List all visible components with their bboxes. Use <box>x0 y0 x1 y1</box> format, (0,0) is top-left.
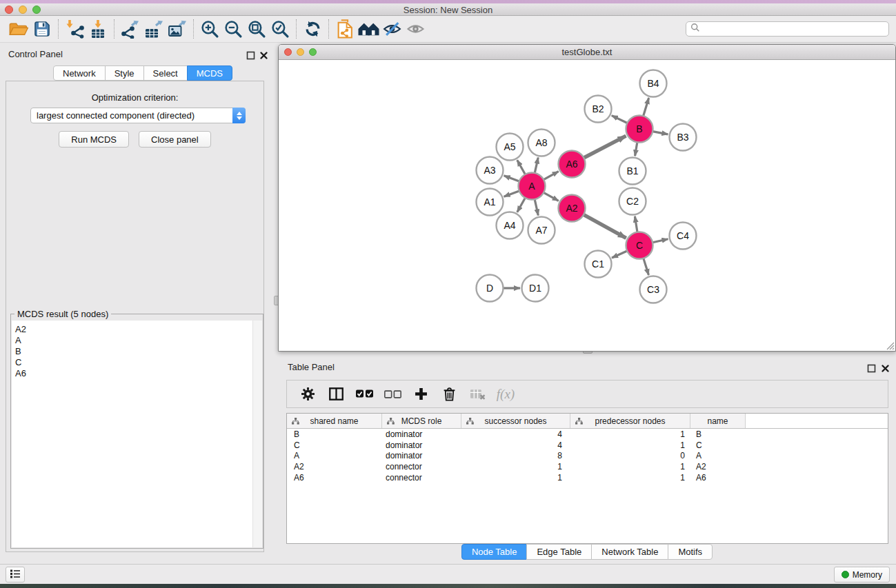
table-cell[interactable]: 1 <box>570 440 690 450</box>
zoom-fit-icon[interactable] <box>245 18 268 40</box>
add-column-icon[interactable] <box>410 384 431 405</box>
table-cell[interactable]: 4 <box>461 440 570 450</box>
zoom-out-icon[interactable] <box>221 18 245 40</box>
zoom-in-icon[interactable] <box>198 18 221 40</box>
tab-motifs[interactable]: Motifs <box>668 544 713 560</box>
toggle-column-icon[interactable] <box>326 384 346 405</box>
edge-B-B2[interactable] <box>612 116 628 123</box>
edge-A2-C[interactable] <box>584 214 626 238</box>
table-cell[interactable]: A2 <box>287 462 382 472</box>
graph-node-B4[interactable]: B4 <box>640 70 667 97</box>
show-preview-icon[interactable] <box>404 18 427 40</box>
edge-A-A2[interactable] <box>544 192 559 201</box>
export-table-icon[interactable] <box>142 18 166 40</box>
edge-A-A1[interactable] <box>504 191 519 196</box>
graph-node-B3[interactable]: B3 <box>670 124 697 151</box>
graph-node-C[interactable]: C <box>626 232 653 259</box>
table-row[interactable]: Adominator80A <box>287 451 888 462</box>
table-cell[interactable]: A2 <box>690 462 746 472</box>
result-list-item[interactable]: B <box>12 346 262 357</box>
edge-C-C2[interactable] <box>635 216 637 232</box>
tab-node-table[interactable]: Node Table <box>461 544 528 560</box>
table-cell[interactable]: C <box>690 440 746 450</box>
graph-node-A5[interactable]: A5 <box>497 134 524 161</box>
table-cell[interactable]: 1 <box>461 473 570 483</box>
edge-A-A6[interactable] <box>544 172 559 180</box>
column-header-predecessor-nodes[interactable]: predecessor nodes <box>570 414 690 428</box>
table-cell[interactable]: 1 <box>570 429 690 439</box>
graph-node-A1[interactable]: A1 <box>477 189 504 216</box>
table-row[interactable]: A2connector11A2 <box>287 461 888 472</box>
edge-C-C3[interactable] <box>644 258 649 275</box>
graph-node-B1[interactable]: B1 <box>619 158 646 185</box>
table-cell[interactable]: connector <box>382 462 461 472</box>
table-cell[interactable]: 1 <box>570 473 690 483</box>
memory-button[interactable]: Memory <box>834 567 890 582</box>
tab-network-table[interactable]: Network Table <box>591 544 668 560</box>
show-panels-button[interactable] <box>6 567 25 582</box>
control-panel-close-icon[interactable] <box>259 50 268 59</box>
delete-column-icon[interactable] <box>439 384 459 405</box>
graph-node-B2[interactable]: B2 <box>585 96 612 123</box>
tab-select[interactable]: Select <box>143 65 188 81</box>
table-cell[interactable]: A6 <box>690 473 746 483</box>
search-input[interactable] <box>700 23 888 35</box>
column-header-MCDS-role[interactable]: MCDS role <box>382 414 461 428</box>
refresh-icon[interactable] <box>301 18 324 40</box>
control-panel-float-icon[interactable] <box>246 50 255 59</box>
import-network-icon[interactable] <box>63 18 86 40</box>
edge-C-C1[interactable] <box>612 251 627 258</box>
table-cell[interactable]: 0 <box>570 451 690 460</box>
graph-node-A7[interactable]: A7 <box>528 217 555 244</box>
table-cell[interactable]: C <box>287 440 382 450</box>
tab-network[interactable]: Network <box>53 65 106 81</box>
table-cell[interactable]: 1 <box>570 462 690 472</box>
table-cell[interactable]: 4 <box>461 429 570 439</box>
table-cell[interactable]: dominator <box>382 451 461 460</box>
column-header-successor-nodes[interactable]: successor nodes <box>461 414 570 428</box>
table-cell[interactable]: 8 <box>461 451 570 460</box>
table-cell[interactable]: dominator <box>382 429 461 439</box>
import-table-icon[interactable] <box>86 18 110 40</box>
edge-A-A4[interactable] <box>517 198 526 212</box>
table-cell[interactable]: connector <box>382 473 461 483</box>
graph-node-A3[interactable]: A3 <box>477 157 504 184</box>
mcds-result-list[interactable]: A2ABCA6 <box>12 321 262 547</box>
table-panel-float-icon[interactable] <box>867 363 876 372</box>
graph-node-A2[interactable]: A2 <box>559 195 586 222</box>
select-all-rows-icon[interactable] <box>354 384 375 405</box>
result-list-item[interactable]: A <box>12 335 262 346</box>
export-image-icon[interactable] <box>166 18 189 40</box>
result-list-item[interactable]: C <box>12 357 262 368</box>
graph-node-A8[interactable]: A8 <box>528 130 555 156</box>
table-cell[interactable]: 1 <box>461 462 570 472</box>
table-cell[interactable]: B <box>690 429 746 439</box>
graph-node-B[interactable]: B <box>626 116 653 143</box>
edge-B-B1[interactable] <box>635 142 637 156</box>
toggle-graphics-details-icon[interactable] <box>380 18 404 40</box>
table-row[interactable]: A6connector11A6 <box>287 472 888 483</box>
tab-mcds[interactable]: MCDS <box>187 65 232 81</box>
search-box[interactable] <box>686 21 889 37</box>
graph-node-D1[interactable]: D1 <box>522 275 549 302</box>
edge-B-B4[interactable] <box>644 98 649 116</box>
edge-A-A3[interactable] <box>504 176 519 181</box>
edge-C-C4[interactable] <box>653 239 668 243</box>
graph-node-A4[interactable]: A4 <box>497 212 524 239</box>
table-settings-icon[interactable] <box>297 384 318 405</box>
column-header-name[interactable]: name <box>690 414 746 428</box>
edge-B-B3[interactable] <box>653 132 668 134</box>
graph-node-C3[interactable]: C3 <box>640 276 667 303</box>
table-cell[interactable]: dominator <box>382 440 461 450</box>
edge-A-A5[interactable] <box>517 160 526 174</box>
zoom-selected-icon[interactable] <box>268 18 292 40</box>
graph-node-C2[interactable]: C2 <box>619 188 646 215</box>
network-from-selection-icon[interactable] <box>333 18 357 40</box>
table-cell[interactable]: B <box>287 429 382 439</box>
save-session-icon[interactable] <box>30 18 54 40</box>
column-header-shared-name[interactable]: shared name <box>287 414 382 428</box>
result-list-scrollbar[interactable] <box>252 321 262 547</box>
edge-A-A8[interactable] <box>535 157 538 172</box>
window-resize-grip[interactable] <box>885 341 895 350</box>
tab-edge-table[interactable]: Edge Table <box>526 544 592 560</box>
